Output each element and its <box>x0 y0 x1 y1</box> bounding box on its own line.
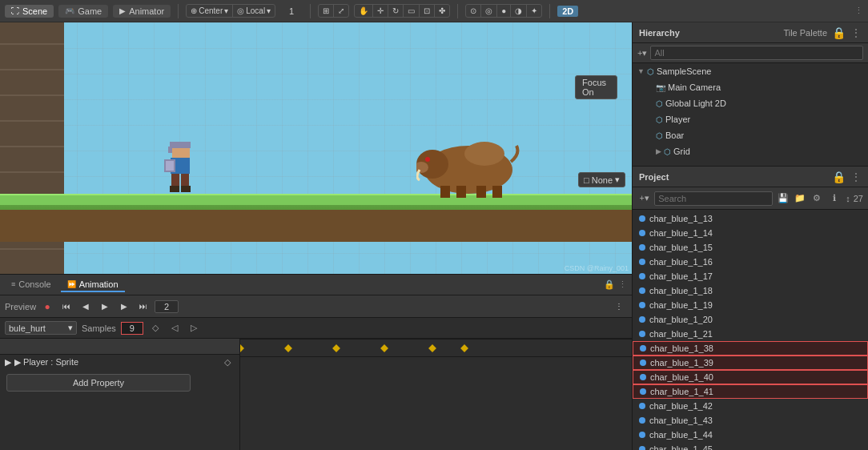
hier-item-boar[interactable]: ⬡ Boar <box>633 127 868 143</box>
anim-more-button[interactable]: ⋮ <box>611 299 627 315</box>
clip-name: bule_hurt <box>9 323 46 333</box>
scale-tool-button[interactable]: ⊡ <box>420 5 435 17</box>
proj-item-44[interactable]: char_blue_1_44 <box>633 428 868 442</box>
focus-dropdown[interactable]: □ None ▾ <box>578 172 625 187</box>
hand-tool-button[interactable]: ✋ <box>355 5 373 17</box>
proj-dot-14 <box>639 230 645 236</box>
proj-item-45[interactable]: char_blue_1_45 <box>633 442 868 450</box>
hierarchy-lock-icon[interactable]: 🔒 <box>832 26 846 39</box>
scene-view[interactable]: Focus On □ None ▾ CSDN @Rainy_001 <box>0 22 632 274</box>
right-panel: Hierarchy Tile Palette 🔒 ⋮ +▾ ▼ ⬡ Sample… <box>632 22 868 450</box>
next-frame-button[interactable]: ▶ <box>116 299 132 315</box>
hierarchy-plus-button[interactable]: +▾ <box>637 48 647 58</box>
proj-label-41: char_blue_1_41 <box>650 387 713 396</box>
grid-tool-button[interactable]: ⊞ <box>319 5 334 17</box>
proj-dot-13 <box>639 215 645 222</box>
scale-rect-button[interactable]: ▭ <box>404 5 420 17</box>
toolbar-more-button[interactable]: ⋮ <box>854 6 863 16</box>
clip-dropdown[interactable]: bule_hurt ▾ <box>5 321 77 335</box>
keyframe-add-button[interactable]: ◇ <box>148 321 163 335</box>
tab-scene[interactable]: ⛶ Scene <box>5 5 54 18</box>
tab-game[interactable]: 🎮 Game <box>58 5 108 18</box>
proj-item-13[interactable]: char_blue_1_13 <box>633 211 868 226</box>
proj-item-19[interactable]: char_blue_1_19 <box>633 298 868 312</box>
project-more-button[interactable]: ⋮ <box>850 171 862 183</box>
view-dot-button[interactable]: ⊙ <box>466 5 481 17</box>
hier-item-globallight[interactable]: ⬡ Global Light 2D <box>633 95 868 111</box>
proj-item-18[interactable]: char_blue_1_18 <box>633 283 868 298</box>
local-label: Local <box>246 6 265 15</box>
proj-label-21: char_blue_1_21 <box>649 329 713 339</box>
prev-frame-button[interactable]: ◀ <box>78 299 94 315</box>
tile-palette-tab[interactable]: Tile Palette <box>783 28 827 38</box>
keyframe-0[interactable] <box>240 344 244 352</box>
proj-dot-20 <box>639 316 645 323</box>
project-lock-icon[interactable]: 🔒 <box>832 171 846 183</box>
focus-on-button[interactable]: Focus On <box>575 75 617 99</box>
player-label: Player <box>665 115 690 124</box>
keyframe-next-button[interactable]: ▷ <box>187 321 201 335</box>
goto-end-button[interactable]: ⏭ <box>135 299 151 315</box>
keyframe-1[interactable] <box>284 344 292 352</box>
project-settings-button[interactable]: ⚙ <box>810 191 824 207</box>
console-tab[interactable]: ≡ Console <box>5 278 58 292</box>
panel-lock-icon[interactable]: 🔒 <box>604 279 615 290</box>
project-add-button[interactable]: +▾ <box>637 191 651 207</box>
hier-item-grid[interactable]: ▶ ⬡ Grid <box>633 143 868 159</box>
keyframe-prev-button[interactable]: ◁ <box>167 321 182 335</box>
tab-animator[interactable]: ▶ Animator <box>113 5 171 18</box>
proj-item-17[interactable]: char_blue_1_17 <box>633 269 868 283</box>
proj-item-41[interactable]: char_blue_1_41 <box>633 384 868 399</box>
proj-item-20[interactable]: char_blue_1_20 <box>633 312 868 327</box>
proj-item-43[interactable]: char_blue_1_43 <box>633 413 868 428</box>
transform-tool-button[interactable]: ⤢ <box>334 5 348 17</box>
hier-item-maincamera[interactable]: 📷 Main Camera <box>633 79 868 95</box>
sprite-keyframe-button[interactable]: ◇ <box>220 355 235 369</box>
hierarchy-search-input[interactable] <box>650 46 863 60</box>
panel-more-button[interactable]: ⋮ <box>618 279 627 290</box>
hier-item-player[interactable]: ⬡ Player <box>633 111 868 127</box>
view-ring-button[interactable]: ◎ <box>481 5 497 17</box>
animator-icon: ▶ <box>119 6 126 15</box>
frame-number-input[interactable]: 2 <box>155 300 179 313</box>
keyframe-2[interactable] <box>332 344 340 352</box>
proj-label-44: char_blue_1_44 <box>649 430 713 440</box>
center-button[interactable]: ⊕ Center ▾ <box>187 5 233 17</box>
local-button[interactable]: ◎ Local ▾ <box>233 5 275 17</box>
proj-item-21[interactable]: char_blue_1_21 <box>633 327 868 341</box>
view-2d-label[interactable]: 2D <box>557 6 578 17</box>
proj-item-42[interactable]: char_blue_1_42 <box>633 399 868 413</box>
project-info-button[interactable]: ℹ <box>827 191 841 207</box>
rotate-tool-button[interactable]: ↻ <box>388 5 404 17</box>
hier-item-samplescene[interactable]: ▼ ⬡ SampleScene <box>633 63 868 79</box>
samples-input[interactable]: 9 <box>121 322 143 335</box>
add-property-button[interactable]: Add Property <box>6 374 191 392</box>
svg-rect-5 <box>166 161 174 171</box>
keyframe-5[interactable] <box>460 344 468 352</box>
proj-label-39: char_blue_1_39 <box>650 358 713 368</box>
play-button[interactable]: ▶ <box>97 299 113 315</box>
proj-dot-42 <box>639 403 645 409</box>
keyframe-3[interactable] <box>380 344 388 352</box>
proj-item-38[interactable]: char_blue_1_38 <box>633 341 868 356</box>
view-half-button[interactable]: ◑ <box>511 5 527 17</box>
keyframe-4[interactable] <box>428 344 436 352</box>
hierarchy-more-button[interactable]: ⋮ <box>850 26 862 39</box>
custom-tool-button[interactable]: ✤ <box>435 5 449 17</box>
animation-tab[interactable]: ⏩ Animation <box>61 278 125 292</box>
project-search-input[interactable] <box>654 191 773 206</box>
record-button[interactable]: ● <box>39 299 55 315</box>
view-circle-button[interactable]: ● <box>497 5 511 17</box>
project-save-button[interactable]: 💾 <box>776 191 790 207</box>
proj-item-39[interactable]: char_blue_1_39 <box>633 356 868 370</box>
proj-item-40[interactable]: char_blue_1_40 <box>633 370 868 384</box>
player-sprite-expand-icon[interactable]: ▶ <box>5 357 11 368</box>
move-tool-button[interactable]: ✛ <box>373 5 388 17</box>
goto-start-button[interactable]: ⏮ <box>58 299 74 315</box>
proj-item-15[interactable]: char_blue_1_15 <box>633 240 868 255</box>
project-folder-button[interactable]: 📁 <box>794 191 807 207</box>
proj-label-45: char_blue_1_45 <box>649 444 713 450</box>
proj-item-16[interactable]: char_blue_1_16 <box>633 255 868 269</box>
proj-item-14[interactable]: char_blue_1_14 <box>633 226 868 240</box>
view-star-button[interactable]: ✦ <box>527 5 541 17</box>
